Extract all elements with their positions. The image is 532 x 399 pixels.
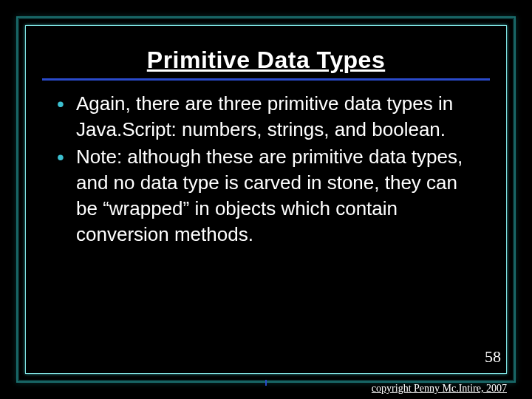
page-number: 58 xyxy=(485,347,501,366)
bullet-item: Again, there are three primitive data ty… xyxy=(54,91,478,143)
copyright-text: copyright Penny Mc.Intire, 2007 xyxy=(372,383,507,395)
slide-outer-frame: Primitive Data Types Again, there are th… xyxy=(16,16,516,383)
title-underline-rule xyxy=(42,78,490,81)
slide-inner-frame: Primitive Data Types Again, there are th… xyxy=(25,25,507,374)
bullet-item: Note: although these are primitive data … xyxy=(54,144,478,248)
slide-body: Again, there are three primitive data ty… xyxy=(50,85,482,248)
bottom-accent-mark xyxy=(265,380,267,386)
bullet-list: Again, there are three primitive data ty… xyxy=(54,91,478,248)
slide-title: Primitive Data Types xyxy=(50,47,482,74)
